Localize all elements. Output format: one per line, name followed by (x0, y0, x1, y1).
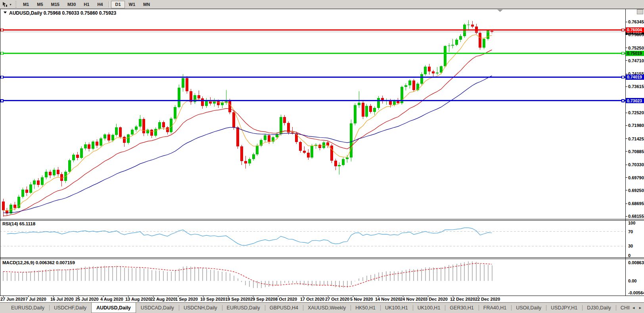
svg-text:30: 30 (628, 244, 633, 248)
price-badge-0.76004: 0.76004 (626, 27, 644, 33)
chevron-down-icon: ▼ (9, 3, 12, 6)
chart-tab-bar: EURUSD,DailyUSDCHF,DailyAUDUSD,DailyUSDC… (0, 302, 644, 313)
chart-tab-USOil,Daily[interactable]: USOil,Daily (511, 303, 546, 313)
tabs-scroll-left-button[interactable]: ◄ (631, 305, 636, 311)
timeframe-button-M1[interactable]: M1 (19, 1, 33, 8)
svg-text:22 Aug 2020: 22 Aug 2020 (150, 297, 176, 301)
chart-tab-GER30,H1[interactable]: GER30,H1 (445, 303, 478, 313)
svg-text:0.70330: 0.70330 (628, 162, 644, 167)
svg-text:27 Oct 2020: 27 Oct 2020 (325, 297, 349, 301)
svg-text:0.75019: 0.75019 (627, 51, 642, 56)
tab-scroll-controls: ◄ ► (630, 303, 644, 313)
svg-text:7 Jul 2020: 7 Jul 2020 (25, 297, 46, 301)
chart-tab-UK100,H1[interactable]: UK100,H1 (380, 303, 413, 313)
chart-tab-USDCHF,Daily[interactable]: USDCHF,Daily (49, 303, 91, 313)
chart-tab-EURUSD,Daily[interactable]: EURUSD,Daily (222, 303, 265, 313)
tabs-scroll-right-button[interactable]: ► (638, 305, 643, 311)
toolbar-grip (15, 1, 17, 8)
timeframe-button-MN[interactable]: MN (139, 1, 154, 8)
timeframe-button-H4[interactable]: H4 (93, 1, 107, 8)
svg-text:0: 0 (628, 253, 631, 258)
chart-canvas[interactable]: RSI(14) 65.1118MACD(12,26,9) 0.006362 0.… (0, 9, 644, 302)
timeframe-buttons: M1M5M15M30H1H4D1W1MN (19, 0, 154, 9)
svg-text:0.70885: 0.70885 (628, 149, 644, 154)
date-axis[interactable]: 27 Jun 20207 Jul 202016 Jul 202025 Jul 2… (0, 296, 500, 301)
svg-text:10 Sep 2020: 10 Sep 2020 (200, 297, 225, 301)
svg-text:0.72520: 0.72520 (628, 110, 644, 115)
svg-text:19 Sep 2020: 19 Sep 2020 (225, 297, 250, 301)
svg-text:1 Sep 2020: 1 Sep 2020 (175, 297, 198, 301)
chart-title: AUDUSD,Daily 0.75968 0.76033 0.75860 0.7… (4, 10, 117, 16)
chart-cursor-icon (2, 2, 8, 7)
svg-text:0.75250: 0.75250 (628, 46, 644, 50)
svg-text:4 Aug 2020: 4 Aug 2020 (100, 297, 123, 301)
svg-text:14 Nov 2020: 14 Nov 2020 (375, 297, 401, 301)
timeframe-button-M5[interactable]: M5 (33, 1, 47, 8)
svg-text:0.71980: 0.71980 (628, 123, 644, 128)
svg-text:0.008633: 0.008633 (628, 260, 644, 265)
svg-text:0.73615: 0.73615 (628, 84, 644, 89)
timeframe-button-D1[interactable]: D1 (111, 1, 125, 8)
chart-tab-HK50,H1[interactable]: HK50,H1 (351, 303, 380, 313)
svg-text:100: 100 (628, 221, 635, 225)
chart-tab-EURUSD,Daily[interactable]: EURUSD,Daily (6, 303, 49, 313)
svg-text:70: 70 (628, 229, 633, 234)
axis-corner-box (637, 10, 643, 14)
rsi-label: RSI(14) 65.1118 (2, 221, 36, 226)
svg-text:29 Sep 2020: 29 Sep 2020 (250, 297, 275, 301)
svg-text:24 Nov 2020: 24 Nov 2020 (400, 297, 426, 301)
svg-text:27 Jun 2020: 27 Jun 2020 (0, 297, 25, 301)
svg-text:25 Jul 2020: 25 Jul 2020 (75, 297, 99, 301)
svg-text:0.76004: 0.76004 (627, 27, 642, 32)
timeframe-button-W1[interactable]: W1 (125, 1, 140, 8)
chart-tab-DJ30,Daily[interactable]: DJ30,Daily (582, 303, 615, 313)
chart-tab-UK100,H1[interactable]: UK100,H1 (413, 303, 445, 313)
price-badge-0.73023: 0.73023 (626, 98, 644, 103)
svg-text:AUDUSD,Daily 0.75968 0.76033: AUDUSD,Daily 0.75968 0.76033 0.75860 0.7… (9, 10, 117, 16)
timeframe-toolbar: ▼ M1M5M15M30H1H4D1W1MN (0, 0, 644, 9)
price-badge-0.74019: 0.74019 (626, 75, 644, 80)
svg-text:0.71425: 0.71425 (628, 136, 644, 141)
svg-text:0.00: 0.00 (628, 278, 636, 283)
timeframe-button-M30[interactable]: M30 (63, 1, 80, 8)
chart-tab-AUDUSD,Daily[interactable]: AUDUSD,Daily (91, 303, 136, 313)
chart-tab-XAUUSD,Weekly[interactable]: XAUUSD,Weekly (303, 303, 351, 313)
timeframe-button-H1[interactable]: H1 (80, 1, 93, 8)
svg-text:0.69790: 0.69790 (628, 175, 644, 180)
svg-text:22 Dec 2020: 22 Dec 2020 (475, 297, 500, 301)
svg-text:16 Jul 2020: 16 Jul 2020 (50, 297, 74, 301)
svg-text:0.73023: 0.73023 (627, 98, 642, 103)
svg-text:13 Aug 2020: 13 Aug 2020 (125, 297, 151, 301)
svg-text:5 Nov 2020: 5 Nov 2020 (350, 297, 373, 301)
svg-text:3 Dec 2020: 3 Dec 2020 (425, 297, 448, 301)
chart-tab-USDCAD,Daily[interactable]: USDCAD,Daily (136, 303, 179, 313)
svg-text:0.68155: 0.68155 (628, 214, 644, 219)
svg-text:-0.005641: -0.005641 (628, 290, 644, 295)
chart-tab-GBPUSD,H4[interactable]: GBPUSD,H4 (265, 303, 303, 313)
macd-label: MACD(12,26,9) 0.006362 0.007159 (2, 260, 75, 265)
chart-tabs: EURUSD,DailyUSDCHF,DailyAUDUSD,DailyUSDC… (0, 303, 644, 313)
price-badge-0.75019: 0.75019 (626, 51, 644, 56)
svg-text:0.74710: 0.74710 (628, 58, 644, 63)
svg-text:0.68695: 0.68695 (628, 201, 644, 206)
svg-text:0.74019: 0.74019 (627, 75, 642, 79)
chart-tab-FRA40,H1[interactable]: FRA40,H1 (479, 303, 511, 313)
svg-text:8 Oct 2020: 8 Oct 2020 (275, 297, 297, 301)
svg-text:17 Oct 2020: 17 Oct 2020 (300, 297, 324, 301)
svg-text:0.76345: 0.76345 (628, 19, 644, 24)
toolbar-separator (109, 1, 109, 8)
chart-tab-USDCNH,Daily[interactable]: USDCNH,Daily (179, 303, 222, 313)
svg-text:0.69250: 0.69250 (628, 188, 644, 193)
charts-dropdown-button[interactable]: ▼ (1, 1, 13, 8)
svg-text:12 Dec 2020: 12 Dec 2020 (450, 297, 475, 301)
chart-tab-USDJPY,H1[interactable]: USDJPY,H1 (546, 303, 582, 313)
timeframe-button-M15[interactable]: M15 (47, 1, 63, 8)
